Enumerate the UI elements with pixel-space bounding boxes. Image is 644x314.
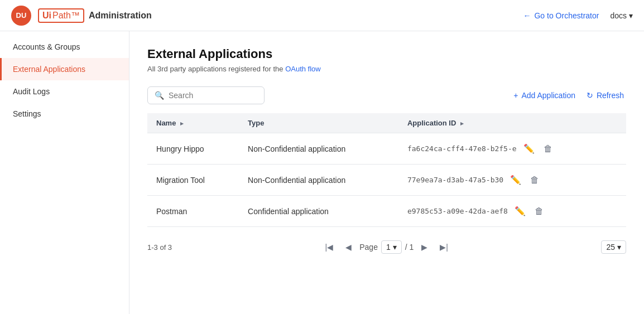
- pagination-controls: |◀ ◀ Page 1 ▾ / 1 ▶ ▶|: [321, 240, 453, 254]
- applications-table: Name ▸ Type Application ID ▸ Hungry Hipp…: [147, 113, 626, 227]
- delete-button-1[interactable]: 🗑: [528, 173, 541, 187]
- cell-type-1: Non-Confidential application: [239, 165, 398, 196]
- add-application-button[interactable]: + Add Application: [511, 87, 578, 104]
- cell-type-0: Non-Confidential application: [239, 133, 398, 165]
- col-type: Type: [239, 113, 398, 133]
- main-content: External Applications All 3rd party appl…: [129, 31, 644, 314]
- delete-button-2[interactable]: 🗑: [532, 204, 546, 219]
- last-page-button[interactable]: ▶|: [435, 240, 453, 254]
- docs-link[interactable]: docs ▾: [610, 11, 633, 20]
- header-right: ← Go to Orchestrator docs ▾: [523, 11, 633, 20]
- page-total: / 1: [405, 243, 414, 252]
- logo-ui-text: Ui: [42, 11, 51, 21]
- refresh-button[interactable]: ↻ Refresh: [584, 87, 626, 104]
- docs-label: docs: [610, 11, 627, 20]
- cell-name-0: Hungry Hippo: [147, 133, 239, 165]
- go-to-orchestrator-label: Go to Orchestrator: [534, 11, 599, 20]
- next-page-button[interactable]: ▶: [417, 240, 432, 254]
- logo-path-text: Path™: [52, 11, 80, 21]
- edit-button-1[interactable]: ✏️: [508, 172, 523, 187]
- avatar: DU: [11, 6, 31, 26]
- current-page: 1: [386, 243, 391, 252]
- oauth-link[interactable]: OAuth flow: [285, 65, 321, 73]
- page-size-select[interactable]: 25 ▾: [601, 240, 626, 254]
- app-id-value-1: 77e9ea7a-d3ab-47a5-b30: [407, 176, 503, 184]
- arrow-left-icon: ←: [523, 11, 531, 20]
- table-row: Migration Tool Non-Confidential applicat…: [147, 165, 626, 196]
- page-label: Page: [359, 243, 378, 252]
- first-page-button[interactable]: |◀: [321, 240, 338, 254]
- sort-icon-name: ▸: [180, 120, 184, 127]
- col-app-id[interactable]: Application ID ▸: [398, 113, 626, 133]
- chevron-down-icon: ▾: [629, 11, 633, 20]
- sidebar-item-external-applications[interactable]: External Applications: [0, 58, 129, 80]
- sidebar-item-label: Accounts & Groups: [13, 42, 80, 51]
- header-left: DU Ui Path™ Administration: [11, 6, 152, 26]
- layout: Accounts & Groups External Applications …: [0, 31, 644, 314]
- cell-app-id-0: fa6c24ca-cff4-47e8-b2f5-e ✏️ 🗑: [398, 133, 626, 165]
- pagination: 1-3 of 3 |◀ ◀ Page 1 ▾ / 1 ▶ ▶| 25 ▾: [147, 231, 626, 254]
- cell-type-2: Confidential application: [239, 196, 398, 227]
- logo-admin-text: Administration: [89, 11, 152, 21]
- col-type-label: Type: [248, 119, 264, 127]
- plus-icon: +: [513, 91, 518, 100]
- prev-page-button[interactable]: ◀: [341, 240, 356, 254]
- page-size-value: 25: [606, 243, 615, 252]
- logo: Ui Path™ Administration: [38, 8, 152, 23]
- refresh-icon: ↻: [587, 91, 593, 100]
- toolbar: 🔍 + Add Application ↻ Refresh: [147, 86, 626, 104]
- app-id-value-0: fa6c24ca-cff4-47e8-b2f5-e: [407, 144, 517, 153]
- delete-button-0[interactable]: 🗑: [541, 142, 555, 156]
- sidebar: Accounts & Groups External Applications …: [0, 31, 129, 314]
- edit-button-2[interactable]: ✏️: [512, 204, 528, 219]
- add-application-label: Add Application: [521, 91, 575, 100]
- app-id-value-2: e9785c53-a09e-42da-aef8: [407, 207, 508, 215]
- table-row: Hungry Hippo Non-Confidential applicatio…: [147, 133, 626, 165]
- logo-box: Ui Path™: [38, 8, 84, 23]
- sidebar-item-accounts-groups[interactable]: Accounts & Groups: [0, 36, 129, 58]
- cell-name-1: Migration Tool: [147, 165, 239, 196]
- sidebar-item-label: Settings: [13, 109, 41, 118]
- col-app-id-label: Application ID: [407, 119, 456, 127]
- search-icon: 🔍: [155, 91, 164, 100]
- edit-button-0[interactable]: ✏️: [521, 141, 537, 156]
- table-body: Hungry Hippo Non-Confidential applicatio…: [147, 133, 626, 227]
- page-title: External Applications: [147, 47, 626, 61]
- page-select-chevron: ▾: [393, 243, 397, 252]
- refresh-label: Refresh: [597, 91, 624, 100]
- pagination-range: 1-3 of 3: [147, 243, 172, 252]
- cell-app-id-1: 77e9ea7a-d3ab-47a5-b30 ✏️ 🗑: [398, 165, 626, 196]
- search-box[interactable]: 🔍: [147, 86, 265, 104]
- action-cell-2: e9785c53-a09e-42da-aef8 ✏️ 🗑: [407, 204, 617, 219]
- cell-app-id-2: e9785c53-a09e-42da-aef8 ✏️ 🗑: [398, 196, 626, 227]
- sidebar-item-label: Audit Logs: [13, 87, 50, 96]
- go-to-orchestrator-link[interactable]: ← Go to Orchestrator: [523, 11, 599, 20]
- cell-name-2: Postman: [147, 196, 239, 227]
- sidebar-item-audit-logs[interactable]: Audit Logs: [0, 80, 129, 103]
- header: DU Ui Path™ Administration ← Go to Orche…: [0, 0, 644, 31]
- col-name-label: Name: [156, 119, 176, 127]
- col-name[interactable]: Name ▸: [147, 113, 239, 133]
- action-cell-1: 77e9ea7a-d3ab-47a5-b30 ✏️ 🗑: [407, 172, 617, 187]
- search-input[interactable]: [169, 91, 257, 100]
- sidebar-item-label: External Applications: [13, 65, 85, 74]
- table-header: Name ▸ Type Application ID ▸: [147, 113, 626, 133]
- table-header-row: Name ▸ Type Application ID ▸: [147, 113, 626, 133]
- sort-icon-app-id: ▸: [460, 120, 464, 127]
- page-size-chevron: ▾: [617, 243, 621, 252]
- sidebar-item-settings[interactable]: Settings: [0, 103, 129, 125]
- page-select[interactable]: 1 ▾: [381, 240, 402, 254]
- toolbar-right: + Add Application ↻ Refresh: [511, 87, 626, 104]
- page-subtitle: All 3rd party applications registered fo…: [147, 65, 626, 73]
- table-row: Postman Confidential application e9785c5…: [147, 196, 626, 227]
- action-cell-0: fa6c24ca-cff4-47e8-b2f5-e ✏️ 🗑: [407, 141, 617, 156]
